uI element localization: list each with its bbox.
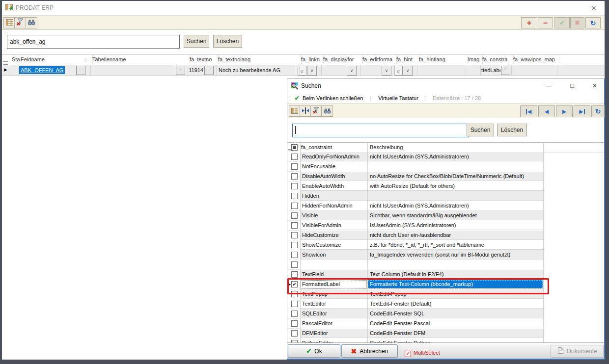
delete-record-button[interactable]: −	[538, 17, 553, 28]
constraint-description-cell[interactable]: IsUserAdmin (SYS.Administratoren)	[367, 221, 543, 230]
close-icon[interactable]: ×	[587, 3, 600, 14]
constraint-row[interactable]: ▶DFMEditorCodeEdit-Fenster DFM	[287, 329, 543, 338]
select-all-checkbox[interactable]	[291, 144, 298, 151]
constraint-name-cell[interactable]: PascalEditor	[300, 319, 367, 328]
constraint-name-cell[interactable]: Hidden	[300, 191, 367, 201]
row-checkbox[interactable]	[291, 252, 298, 258]
row-checkbox[interactable]	[291, 261, 298, 268]
feldname-ellipsis-button[interactable]: ...	[76, 66, 85, 75]
column-header-fa-constraint[interactable]: fa_constraint	[301, 143, 332, 152]
constraint-description-cell[interactable]: with AutoResize (Default for others)	[367, 182, 543, 191]
constraint-name-cell[interactable]: TextPopup	[300, 289, 367, 299]
constraint-description-cell[interactable]	[367, 191, 543, 201]
refresh-button[interactable]: ↻	[591, 105, 605, 117]
table-row[interactable]: ▶ ABK_OFFEN_AG ... ... 11914 ... Noch zu…	[2, 65, 605, 76]
dialog-search-button[interactable]: Suchen	[467, 124, 494, 136]
add-record-button[interactable]: +	[521, 17, 537, 28]
documents-button[interactable]: Dokumente	[551, 345, 604, 358]
column-header-feldname[interactable]: Feldname △	[19, 55, 93, 64]
constraint-name-cell[interactable]: ShowIcon	[300, 250, 367, 260]
row-checkbox[interactable]	[291, 212, 298, 219]
constraint-description-cell[interactable]: CodeEdit-Fenster Python	[367, 338, 543, 342]
fa-editforma-dropdown[interactable]: ∨	[382, 66, 391, 76]
constraint-row[interactable]: ▶HideCustomizenicht durch User ein-/ausb…	[287, 231, 543, 240]
constraint-row[interactable]: ▶TextFieldText-Column (Default in F2/F4)	[287, 270, 543, 280]
last-record-button[interactable]: ▶	[574, 105, 590, 117]
row-checkbox[interactable]	[291, 320, 298, 327]
row-checkbox[interactable]	[291, 242, 298, 248]
row-checkbox[interactable]: ✔	[291, 281, 298, 287]
maximize-icon[interactable]: □	[564, 80, 580, 91]
search-input[interactable]	[7, 35, 180, 49]
multiselect-indicator[interactable]: ✔MultiSelect	[405, 348, 440, 357]
dialog-search-input[interactable]	[292, 124, 469, 137]
constraint-name-cell[interactable]: VisibleForAdmin	[300, 221, 367, 230]
fa-textno-ellipsis-button[interactable]: ...	[204, 66, 214, 75]
fa-hint-text-button[interactable]: a	[394, 66, 403, 76]
dialog-close-icon[interactable]: ×	[587, 80, 603, 91]
constraint-description-cell[interactable]: nicht durch User ein-/ausblendbar	[367, 231, 543, 240]
constraint-name-cell[interactable]: SQLEditor	[300, 309, 367, 318]
confirm-button[interactable]: ✔	[554, 17, 570, 28]
previous-record-button[interactable]: ◀	[538, 105, 555, 117]
row-checkbox[interactable]	[291, 271, 298, 278]
constraint-row[interactable]: ▶ReadOnlyForNonAdminnicht IsUserAdmin (S…	[287, 152, 543, 162]
constraint-row[interactable]: ▶HiddenForNonAdminnicht IsUserAdmin (SYS…	[287, 201, 543, 211]
constraint-description-cell[interactable]: nicht IsUserAdmin (SYS.Administratoren)	[367, 201, 543, 210]
constraint-name-cell[interactable]: Visible	[300, 211, 367, 220]
row-checkbox[interactable]	[291, 222, 298, 229]
clear-filter-button[interactable]	[14, 17, 26, 28]
row-checkbox[interactable]	[291, 163, 298, 170]
next-record-button[interactable]: ▶	[556, 105, 573, 117]
constraint-name-cell[interactable]: FormattedLabel	[300, 280, 367, 289]
column-header-tabellenname[interactable]: Tabellenname	[90, 55, 190, 64]
constraint-row[interactable]: ▶✔FormattedLabelFormatierte Text-Column …	[287, 280, 543, 289]
column-header-beschreibung[interactable]: Beschreibung	[370, 143, 403, 152]
feldname-cell-selected[interactable]: ABK_OFFEN_AG	[19, 66, 65, 74]
constraint-description-cell[interactable]: CodeEdit-Fenster DFM	[367, 329, 543, 338]
constraint-row[interactable]: ▶SQLEditorCodeEdit-Fenster SQL	[287, 309, 543, 319]
cancel-button[interactable]: ✖ Abbrechen	[341, 344, 398, 358]
constraint-row[interactable]: ▶EnableAutoWidthwith AutoResize (Default…	[287, 182, 543, 191]
constraint-description-cell[interactable]: TextEdit-Popup	[367, 289, 543, 299]
find-button[interactable]	[322, 105, 333, 117]
row-checkbox[interactable]	[291, 330, 298, 337]
menu-item-close-on-link[interactable]: Beim Verlinken schließen	[303, 95, 363, 101]
column-header-fa-wawipos-map[interactable]: fa_wawipos_map	[511, 55, 559, 64]
row-checkbox[interactable]	[291, 291, 298, 297]
constraint-description-cell[interactable]: CodeEdit-Fenster Pascal	[367, 319, 543, 328]
column-header-fa-displayfor[interactable]: fa_displayfor	[321, 55, 363, 64]
fa-displayfor-dropdown[interactable]: ∨	[347, 66, 357, 76]
grid-view-button[interactable]	[289, 105, 300, 117]
constraint-description-cell[interactable]: Text-Column (Default in F2/F4)	[367, 270, 543, 279]
constraint-description-cell[interactable]: Sichtbar, wenn standardmäßig ausgeblende…	[367, 211, 543, 220]
constraint-name-cell[interactable]: HideCustomize	[300, 231, 367, 240]
constraint-name-cell[interactable]: ShowCustomize	[300, 240, 367, 250]
constraint-description-cell[interactable]: CodeEdit-Fenster SQL	[367, 309, 543, 318]
row-checkbox[interactable]	[291, 203, 298, 209]
constraint-row[interactable]: ▶PascalEditorCodeEdit-Fenster Pascal	[287, 319, 543, 329]
row-checkbox[interactable]	[291, 183, 298, 189]
clear-filter-button[interactable]	[310, 105, 322, 117]
constraint-name-cell[interactable]: DisableAutoWidth	[300, 172, 367, 181]
row-checkbox[interactable]	[291, 301, 298, 307]
constraint-row[interactable]: ▶VisibleSichtbar, wenn standardmäßig aus…	[287, 211, 543, 221]
fit-column-width-button[interactable]	[300, 105, 311, 117]
row-checkbox[interactable]	[291, 311, 298, 317]
constraint-description-cell[interactable]: z.B. für *dbrid, *_id, *_rtf, *_sort und…	[367, 240, 543, 250]
minimize-icon[interactable]: —	[541, 80, 556, 91]
column-header-fa-textnolang[interactable]: fa_textnolang	[216, 55, 302, 64]
fa-linkn-dropdown[interactable]: ∨	[307, 66, 317, 76]
dialog-clear-button[interactable]: Löschen	[497, 124, 527, 136]
constraint-row[interactable]: ▶PythonEditorCodeEdit-Fenster Python	[287, 338, 543, 342]
column-header-fa-hintlang[interactable]: fa_hintlang	[417, 55, 468, 64]
constraint-description-cell[interactable]	[367, 260, 543, 269]
fa-constra-ellipsis-button[interactable]: ...	[501, 66, 510, 75]
row-checkbox[interactable]	[291, 232, 298, 238]
clear-search-button[interactable]: Löschen	[213, 35, 242, 48]
fa-constra-cell[interactable]: ttedLabe	[481, 65, 500, 76]
column-header-fa-editforma[interactable]: fa_editforma	[360, 55, 397, 64]
cancel-edit-button[interactable]: ✖	[570, 17, 584, 28]
column-header-fa-linkn[interactable]: fa_linkn	[299, 55, 324, 64]
constraint-name-cell[interactable]: HiddenForNonAdmin	[300, 201, 367, 210]
